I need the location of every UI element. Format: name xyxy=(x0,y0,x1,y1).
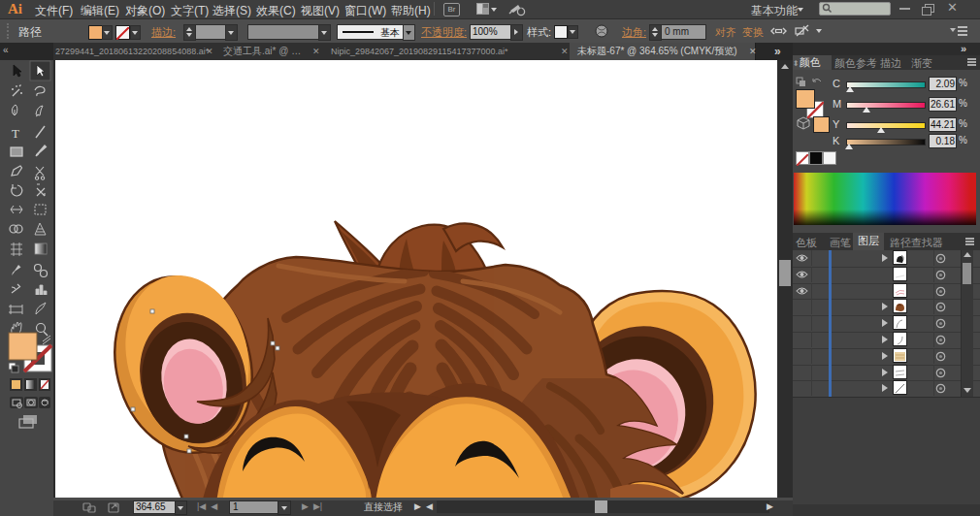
svg-text:T: T xyxy=(12,126,19,141)
